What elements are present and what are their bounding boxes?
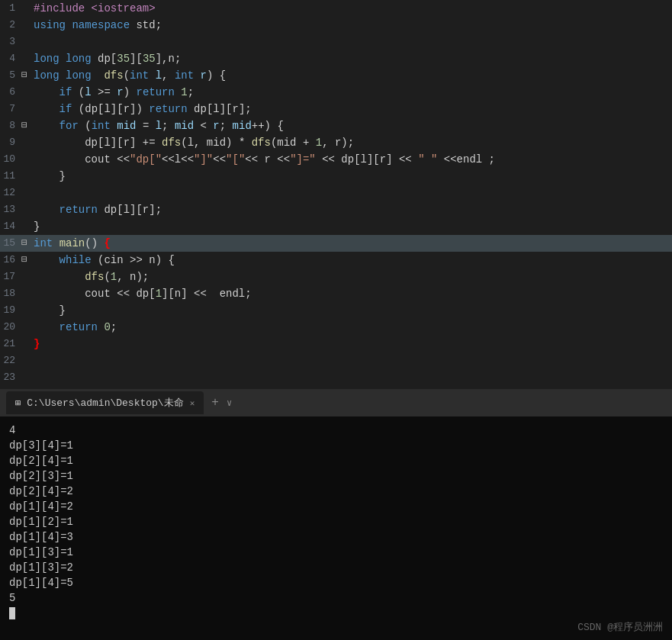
line-number-16: 16 bbox=[0, 252, 21, 269]
line-number-1: 1 bbox=[0, 0, 21, 17]
code-line-15: 15 ⊟ int main() { bbox=[0, 235, 672, 252]
line-number-21: 21 bbox=[0, 336, 21, 352]
terminal-output-line-2: dp[3][4]=1 bbox=[9, 438, 663, 453]
code-line-content-15: int main() { bbox=[34, 235, 672, 252]
code-line-content-19: } bbox=[34, 302, 672, 319]
code-line-content-20: return 0; bbox=[34, 319, 672, 336]
code-line-content-9: dp[l][r] += dfs(l, mid) * dfs(mid + 1, r… bbox=[34, 134, 672, 151]
code-line-8: 8 ⊟ for (int mid = l; mid < r; mid++) { bbox=[0, 117, 672, 134]
terminal-tab[interactable]: ⊞ C:\Users\admin\Desktop\未命 ✕ bbox=[6, 391, 204, 414]
line-number-14: 14 bbox=[0, 218, 21, 235]
code-line-12: 12 bbox=[0, 185, 672, 201]
line-number-15: 15 bbox=[0, 235, 21, 252]
line-number-6: 6 bbox=[0, 84, 21, 101]
terminal-tab-bar: ⊞ C:\Users\admin\Desktop\未命 ✕ + ∨ bbox=[0, 389, 672, 416]
line-number-18: 18 bbox=[0, 285, 21, 302]
code-line-19: 19 } bbox=[0, 302, 672, 319]
code-editor: 1 #include <iostream> 2 using namespace … bbox=[0, 0, 672, 389]
code-line-23: 23 bbox=[0, 369, 672, 386]
code-line-13: 13 return dp[l][r]; bbox=[0, 201, 672, 218]
code-line-22: 22 bbox=[0, 352, 672, 369]
code-line-content-6: if (l >= r) return 1; bbox=[34, 84, 672, 101]
line-number-17: 17 bbox=[0, 269, 21, 285]
terminal-output-line-7: dp[1][2]=1 bbox=[9, 514, 663, 529]
line-number-8: 8 bbox=[0, 117, 21, 134]
line-number-5: 5 bbox=[0, 67, 21, 84]
line-number-12: 12 bbox=[0, 185, 21, 201]
line-number-19: 19 bbox=[0, 302, 21, 319]
code-line-content-13: return dp[l][r]; bbox=[34, 201, 672, 218]
code-line-content-8: for (int mid = l; mid < r; mid++) { bbox=[34, 117, 672, 134]
code-line-14: 14 } bbox=[0, 218, 672, 235]
terminal-output-line-10: dp[1][3]=2 bbox=[9, 560, 663, 575]
code-line-17: 17 dfs(1, n); bbox=[0, 269, 672, 285]
terminal-output-line-5: dp[2][4]=2 bbox=[9, 484, 663, 499]
code-line-content-1: #include <iostream> bbox=[34, 0, 672, 17]
terminal-output-line-1: 4 bbox=[9, 423, 663, 438]
line-number-22: 22 bbox=[0, 352, 21, 369]
line-number-11: 11 bbox=[0, 168, 21, 185]
code-line-10: 10 cout <<"dp["<<l<<"]"<<"["<< r <<"]=" … bbox=[0, 151, 672, 168]
code-line-3: 3 bbox=[0, 34, 672, 50]
code-line-content-7: if (dp[l][r]) return dp[l][r]; bbox=[34, 101, 672, 117]
watermark: CSDN @程序员洲洲 bbox=[577, 620, 663, 634]
code-line-content-10: cout <<"dp["<<l<<"]"<<"["<< r <<"]=" << … bbox=[34, 151, 672, 168]
code-line-content-11: } bbox=[34, 168, 672, 185]
code-line-6: 6 if (l >= r) return 1; bbox=[0, 84, 672, 101]
code-line-5: 5 ⊟ long long dfs(int l, int r) { bbox=[0, 67, 672, 84]
code-lines: 1 #include <iostream> 2 using namespace … bbox=[0, 0, 672, 386]
line-number-3: 3 bbox=[0, 34, 21, 50]
code-line-content-5: long long dfs(int l, int r) { bbox=[34, 67, 672, 84]
terminal-output-line-11: dp[1][4]=5 bbox=[9, 575, 663, 590]
line-number-23: 23 bbox=[0, 369, 21, 386]
code-line-content-21: } bbox=[34, 336, 672, 352]
code-line-20: 20 return 0; bbox=[0, 319, 672, 336]
terminal-output-line-4: dp[2][3]=1 bbox=[9, 468, 663, 484]
code-line-21: 21 } bbox=[0, 336, 672, 352]
code-line-content-18: cout << dp[1][n] << endl; bbox=[34, 285, 672, 302]
terminal-close-button[interactable]: ✕ bbox=[190, 398, 195, 408]
line-number-20: 20 bbox=[0, 319, 21, 336]
code-line-2: 2 using namespace std; bbox=[0, 17, 672, 34]
code-line-content-14: } bbox=[34, 218, 672, 235]
terminal-output-line-3: dp[2][4]=1 bbox=[9, 453, 663, 468]
line-number-13: 13 bbox=[0, 201, 21, 218]
line-number-4: 4 bbox=[0, 50, 21, 67]
code-line-1: 1 #include <iostream> bbox=[0, 0, 672, 17]
line-number-9: 9 bbox=[0, 134, 21, 151]
code-line-18: 18 cout << dp[1][n] << endl; bbox=[0, 285, 672, 302]
code-line-4: 4 long long dp[35][35],n; bbox=[0, 50, 672, 67]
terminal-output-line-8: dp[1][4]=3 bbox=[9, 529, 663, 545]
terminal-chevron-icon[interactable]: ∨ bbox=[227, 397, 232, 409]
terminal-output-line-9: dp[1][3]=1 bbox=[9, 545, 663, 560]
code-line-content-17: dfs(1, n); bbox=[34, 269, 672, 285]
code-line-content-4: long long dp[35][35],n; bbox=[34, 50, 672, 67]
line-number-10: 10 bbox=[0, 151, 21, 168]
terminal-output-line-12: 5 bbox=[9, 590, 663, 606]
terminal-output-line-6: dp[1][4]=2 bbox=[9, 499, 663, 514]
terminal-tab-label: C:\Users\admin\Desktop\未命 bbox=[27, 396, 183, 410]
code-line-content-2: using namespace std; bbox=[34, 17, 672, 34]
code-line-11: 11 } bbox=[0, 168, 672, 185]
code-line-9: 9 dp[l][r] += dfs(l, mid) * dfs(mid + 1,… bbox=[0, 134, 672, 151]
terminal-panel: ⊞ C:\Users\admin\Desktop\未命 ✕ + ∨ 4 dp[3… bbox=[0, 389, 672, 640]
code-line-16: 16 ⊟ while (cin >> n) { bbox=[0, 252, 672, 269]
terminal-icon: ⊞ bbox=[15, 397, 21, 409]
terminal-cursor[interactable] bbox=[9, 607, 15, 619]
code-line-7: 7 if (dp[l][r]) return dp[l][r]; bbox=[0, 101, 672, 117]
line-number-7: 7 bbox=[0, 101, 21, 117]
code-line-content-16: while (cin >> n) { bbox=[34, 252, 672, 269]
line-number-2: 2 bbox=[0, 17, 21, 34]
terminal-output[interactable]: 4 dp[3][4]=1 dp[2][4]=1 dp[2][3]=1 dp[2]… bbox=[0, 416, 672, 640]
terminal-new-tab-button[interactable]: + bbox=[207, 396, 223, 410]
